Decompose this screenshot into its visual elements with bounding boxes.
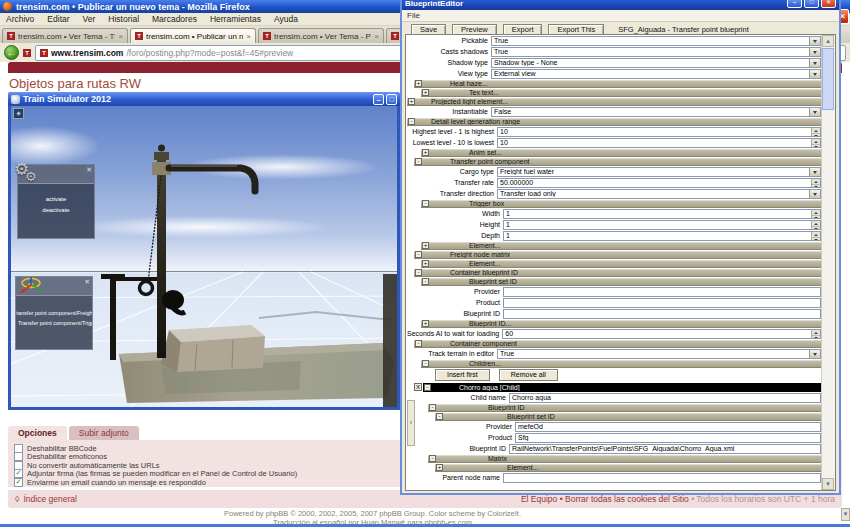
expand-icon[interactable]: + [422,320,429,327]
property-textfield[interactable]: Chorro agua [509,393,821,403]
menu-marcadores[interactable]: Marcadores [152,14,197,24]
section-header-bar[interactable]: +Element... [421,242,821,250]
scroll-down-icon[interactable]: ▼ [822,478,834,490]
property-spinner[interactable]: 10 [497,138,821,148]
ts-minimize-button[interactable]: – [373,94,384,105]
panel-close-icon[interactable]: ✕ [86,166,92,174]
property-spinner[interactable]: 10 [497,127,821,137]
collapse-icon[interactable]: - [422,360,429,367]
collapse-icon[interactable]: - [415,158,422,165]
section-header-bar[interactable]: +Element... [435,464,821,472]
delete-child-button[interactable]: X [414,383,422,391]
expand-icon[interactable]: + [436,464,443,471]
expand-icon[interactable]: + [408,98,415,105]
panel-label[interactable]: activate [18,194,94,205]
property-textfield[interactable]: Sfg [515,433,821,443]
spin-down-icon[interactable] [812,216,820,219]
panel-label[interactable]: Transfer point component/Freight node ma… [16,308,92,318]
tab-subir-adjunto[interactable]: Subir adjunto [69,426,139,440]
collapse-icon[interactable]: - [429,455,436,462]
section-header-bar[interactable]: -Chorro agua [Child] [423,383,821,392]
spin-down-icon[interactable] [812,134,820,137]
section-header-bar[interactable]: +Element... [421,260,821,268]
dropdown-button[interactable] [809,108,820,116]
property-dropdown[interactable]: Shadow type - None [491,58,821,68]
menu-editar[interactable]: Editar [47,14,69,24]
dropdown-button[interactable] [809,190,820,198]
browser-tab[interactable]: Ttrensim.com • Ver Tema - TUTORIAL: Pro.… [2,28,128,43]
ts-titlebar[interactable]: Train Simulator 2012 – □ [8,92,400,106]
panel-header[interactable]: ✕ [16,277,92,296]
expand-icon[interactable]: + [422,89,429,96]
property-dropdown[interactable]: True [497,349,821,359]
footer-links[interactable]: El Equipo • Borrar todas las cookies del… [521,494,835,504]
collapse-icon[interactable]: - [415,269,422,276]
section-header-bar[interactable]: -Blueprint ID [428,404,821,412]
collapse-icon[interactable]: - [422,278,429,285]
menu-historial[interactable]: Historial [108,14,139,24]
spin-down-icon[interactable] [812,145,820,148]
grid-scrollbar[interactable]: ▲ ▼ [821,35,835,490]
scrollbar-thumb[interactable] [822,48,834,110]
property-textfield[interactable]: RailNetwork\TransferPoints\FuelPoints\SF… [509,444,821,454]
section-header-bar[interactable]: +Blueprint ID... [421,320,821,328]
back-button[interactable]: ← [4,45,19,60]
dropdown-button[interactable] [809,70,820,78]
expand-icon[interactable]: + [422,260,429,267]
spin-down-icon[interactable] [812,238,820,241]
file-menu[interactable]: File [407,11,420,20]
property-spinner[interactable]: 1 [503,209,821,219]
tab-opciones[interactable]: Opciones [8,426,67,440]
property-spinner[interactable]: 1 [503,220,821,230]
dropdown-button[interactable] [809,48,820,56]
expand-icon[interactable]: + [415,80,422,87]
section-header-bar[interactable]: +Projected light element... [407,98,821,106]
collapse-icon[interactable]: - [422,200,429,207]
panel-label[interactable]: deactivate [18,205,94,216]
spinner-buttons[interactable] [811,139,820,147]
property-textfield[interactable] [503,298,821,308]
panel-header[interactable]: ⚙ ⚙ ✕ [18,165,94,184]
page-scrollbar-down[interactable]: ▼ [841,508,850,521]
team-links[interactable]: El Equipo • Borrar todas las cookies del… [521,494,689,504]
property-textfield[interactable] [503,287,821,297]
ts-viewport[interactable]: ◈ ⚙ ⚙ ✕ activate deactivate [11,106,397,407]
menu-herramientas[interactable]: Herramientas [210,14,261,24]
section-header-bar[interactable]: -Freight node matrix [414,251,821,259]
section-header-bar[interactable]: -Blueprint set ID [421,278,821,286]
browser-tab[interactable]: Ttrensim.com • Ver Tema - Problemas roto… [258,28,384,43]
collapse-icon[interactable]: - [415,251,422,258]
dialog-titlebar[interactable]: BlueprintEditor – □ ✕ [402,0,839,10]
property-textfield[interactable] [503,309,821,319]
browser-tab[interactable]: Ttrensim.com • Publicar un nuevo tema× [130,28,256,43]
spin-down-icon[interactable] [812,336,820,339]
expand-icon[interactable]: + [422,149,429,156]
spinner-buttons[interactable] [811,330,820,338]
ts-maximize-button[interactable]: □ [386,94,397,105]
section-header-bar[interactable]: -Blueprint set ID [435,413,821,421]
section-header-bar[interactable]: -Trigger box [421,200,821,208]
panel-label[interactable]: Transfer point component/Trigger box [18,318,92,328]
checkbox[interactable]: ✓ [14,478,23,487]
dropdown-button[interactable] [809,350,820,358]
menu-ver[interactable]: Ver [83,14,96,24]
spin-down-icon[interactable] [812,227,820,230]
property-dropdown[interactable]: Transfer load only [497,189,821,199]
spinner-buttons[interactable] [811,210,820,218]
property-dropdown[interactable]: Freight fuel water [497,167,821,177]
section-header-bar[interactable]: -Container component [414,340,821,348]
editor-tools-panel[interactable]: ⚙ ⚙ ✕ activate deactivate [17,164,95,239]
property-spinner[interactable]: 60 [502,329,821,339]
dropdown-button[interactable] [809,37,820,45]
spinner-buttons[interactable] [811,221,820,229]
section-header-bar[interactable]: -Container blueprint ID [414,269,821,277]
dialog-minimize-button[interactable]: – [787,0,802,8]
scroll-up-icon[interactable]: ▲ [822,35,834,47]
dialog-close-button[interactable]: ✕ [821,0,836,8]
tab-close-icon[interactable]: × [118,32,123,41]
dropdown-button[interactable] [809,59,820,67]
viewport-tool-icon[interactable]: ◈ [13,108,24,119]
spin-down-icon[interactable] [812,185,820,188]
section-header-bar[interactable]: -Transfer point component [414,158,821,166]
collapse-icon[interactable]: - [424,384,431,391]
